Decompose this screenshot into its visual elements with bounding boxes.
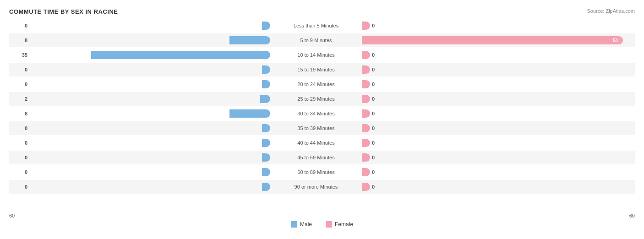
male-bar — [262, 124, 270, 132]
left-section: 0 — [9, 77, 270, 91]
right-section: 0 — [362, 19, 623, 33]
bar-row: 0Less than 5 Minutes0 — [9, 19, 635, 33]
right-section: 0 — [362, 151, 623, 164]
male-value: 0 — [9, 184, 27, 190]
row-label: Less than 5 Minutes — [270, 23, 362, 28]
source-label: Source: ZipAtlas.com — [587, 8, 635, 14]
female-bar — [362, 168, 370, 176]
female-value: 0 — [372, 155, 375, 160]
right-section: 0 — [362, 63, 623, 76]
left-section: 8 — [9, 33, 270, 47]
chart-container: COMMUTE TIME BY SEX IN RACINE Source: Zi… — [0, 0, 644, 239]
row-label: 60 to 89 Minutes — [270, 169, 362, 175]
male-value: 0 — [9, 155, 27, 160]
legend-female-icon — [326, 221, 332, 228]
chart-area: 0Less than 5 Minutes085 to 9 Minutes5135… — [9, 19, 635, 211]
female-bar — [362, 139, 370, 147]
female-bar — [362, 22, 370, 30]
legend-male: Male — [291, 221, 312, 228]
right-section: 0 — [362, 77, 623, 91]
right-section: 0 — [362, 165, 623, 179]
female-value: 0 — [372, 125, 375, 131]
legend-female: Female — [326, 221, 353, 228]
legend-female-label: Female — [335, 221, 353, 228]
female-bar — [362, 51, 370, 59]
female-value: 0 — [372, 111, 375, 116]
bar-row: 035 to 39 Minutes0 — [9, 121, 635, 135]
bar-row: 040 to 44 Minutes0 — [9, 136, 635, 150]
axis-right: 60 — [629, 213, 635, 218]
row-label: 35 to 39 Minutes — [270, 125, 362, 131]
bar-row: 020 to 24 Minutes0 — [9, 77, 635, 91]
male-value: 35 — [9, 52, 27, 58]
male-value: 0 — [9, 81, 27, 87]
right-section: 0 — [362, 180, 623, 194]
left-section: 0 — [9, 19, 270, 33]
row-label: 20 to 24 Minutes — [270, 81, 362, 87]
right-section: 0 — [362, 136, 623, 150]
bar-row: 060 to 89 Minutes0 — [9, 165, 635, 179]
left-section: 8 — [9, 107, 270, 120]
bar-row: 830 to 34 Minutes0 — [9, 107, 635, 120]
male-bar — [91, 51, 270, 59]
left-section: 0 — [9, 151, 270, 164]
male-value: 0 — [9, 23, 27, 28]
chart-title: COMMUTE TIME BY SEX IN RACINE — [9, 8, 635, 15]
right-section: 0 — [362, 107, 623, 120]
male-bar — [260, 95, 270, 103]
row-label: 40 to 44 Minutes — [270, 140, 362, 146]
male-bar — [262, 80, 270, 88]
female-bar — [362, 153, 370, 162]
right-section: 51 — [362, 33, 623, 47]
male-bar — [262, 168, 270, 176]
left-section: 0 — [9, 180, 270, 194]
bar-row: 3510 to 14 Minutes0 — [9, 48, 635, 62]
female-value: 0 — [372, 96, 375, 102]
bar-row: 015 to 19 Minutes0 — [9, 63, 635, 76]
female-value: 0 — [372, 81, 375, 87]
bar-row: 045 to 59 Minutes0 — [9, 151, 635, 164]
male-value: 8 — [9, 111, 27, 116]
female-bar — [362, 95, 370, 103]
female-bar — [362, 80, 370, 88]
male-bar — [229, 109, 270, 118]
bar-row: 225 to 29 Minutes0 — [9, 92, 635, 106]
right-section: 0 — [362, 121, 623, 135]
legend-male-icon — [291, 221, 297, 228]
left-section: 0 — [9, 136, 270, 150]
male-bar — [262, 139, 270, 147]
male-bar — [262, 65, 270, 74]
female-value: 0 — [372, 67, 375, 72]
row-label: 30 to 34 Minutes — [270, 111, 362, 116]
female-bar — [362, 36, 623, 44]
legend: Male Female — [9, 221, 635, 228]
male-bar — [229, 36, 270, 44]
bar-row: 85 to 9 Minutes51 — [9, 33, 635, 47]
left-section: 35 — [9, 48, 270, 62]
legend-male-label: Male — [300, 221, 312, 228]
female-value: 0 — [372, 184, 375, 190]
male-value: 8 — [9, 38, 27, 43]
male-value: 0 — [9, 125, 27, 131]
left-section: 0 — [9, 121, 270, 135]
female-bar — [362, 65, 370, 74]
male-value: 0 — [9, 67, 27, 72]
male-value: 0 — [9, 140, 27, 146]
female-value: 0 — [372, 169, 375, 175]
female-value: 51 — [613, 38, 618, 43]
axis-row: 60 60 — [9, 213, 635, 218]
female-bar — [362, 183, 370, 191]
row-label: 10 to 14 Minutes — [270, 52, 362, 58]
male-bar — [262, 183, 270, 191]
female-value: 0 — [372, 23, 375, 28]
male-bar — [262, 153, 270, 162]
right-section: 0 — [362, 48, 623, 62]
bar-row: 090 or more Minutes0 — [9, 180, 635, 194]
row-label: 25 to 29 Minutes — [270, 96, 362, 102]
left-section: 2 — [9, 92, 270, 106]
row-label: 90 or more Minutes — [270, 184, 362, 190]
row-label: 5 to 9 Minutes — [270, 38, 362, 43]
male-value: 0 — [9, 169, 27, 175]
male-value: 2 — [9, 96, 27, 102]
row-label: 15 to 19 Minutes — [270, 67, 362, 72]
